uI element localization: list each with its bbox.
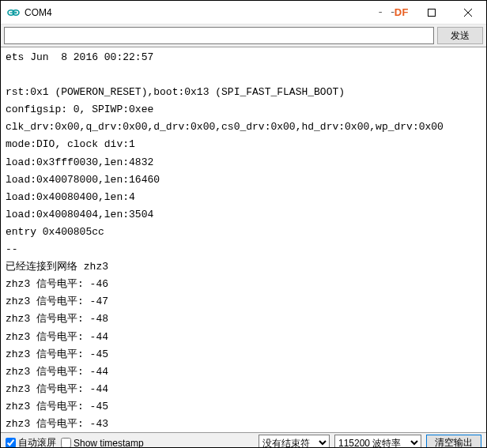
svg-rect-5: [428, 9, 436, 16]
statusbar: 自动滚屏 Show timestamp 没有结束符 115200 波特率 清空输…: [1, 432, 486, 448]
baud-rate-select[interactable]: 115200 波特率: [334, 435, 421, 448]
autoscroll-checkbox[interactable]: [6, 438, 16, 448]
autoscroll-text: 自动滚屏: [18, 436, 56, 448]
window-title: COM4: [25, 7, 52, 18]
send-button[interactable]: 发送: [437, 27, 483, 44]
send-toolbar: 发送: [1, 24, 486, 47]
timestamp-checkbox-label[interactable]: Show timestamp: [61, 438, 144, 449]
clear-output-button[interactable]: 清空输出: [426, 435, 481, 448]
close-button[interactable]: [450, 1, 486, 24]
titlebar: COM4 - - DF: [1, 1, 486, 24]
timestamp-checkbox[interactable]: [61, 438, 71, 448]
autoscroll-checkbox-label[interactable]: 自动滚屏: [6, 436, 56, 448]
maximize-button[interactable]: [413, 1, 450, 24]
send-input[interactable]: [4, 27, 434, 44]
line-ending-select[interactable]: 没有结束符: [259, 435, 330, 448]
df-badge: DF: [395, 6, 409, 18]
serial-output[interactable]: ets Jun 8 2016 00:22:57 rst:0x1 (POWERON…: [1, 47, 486, 432]
arduino-icon: [7, 6, 20, 19]
timestamp-text: Show timestamp: [74, 438, 144, 449]
